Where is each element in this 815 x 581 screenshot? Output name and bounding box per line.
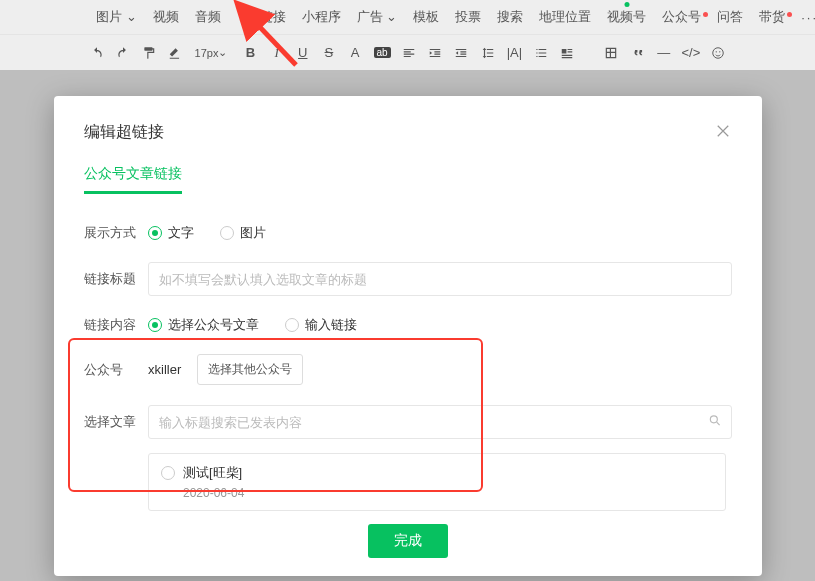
clear-format-icon[interactable] bbox=[168, 45, 182, 61]
format-paint-icon[interactable] bbox=[142, 45, 156, 61]
submit-button[interactable]: 完成 bbox=[368, 524, 448, 558]
redo-icon[interactable] bbox=[116, 45, 130, 61]
quote-icon[interactable] bbox=[631, 45, 645, 61]
edit-hyperlink-dialog: 编辑超链接 公众号文章链接 展示方式 文字 图片 链接标题 bbox=[54, 96, 762, 576]
bold-icon[interactable]: B bbox=[243, 45, 257, 61]
table-icon[interactable] bbox=[604, 45, 618, 61]
radio-icon bbox=[161, 466, 175, 480]
link-title-input[interactable] bbox=[148, 262, 732, 296]
radio-icon bbox=[285, 318, 299, 332]
menu-地理位置[interactable]: 地理位置 bbox=[533, 8, 597, 26]
radio-label: 图片 bbox=[240, 224, 266, 242]
display-mode-label: 展示方式 bbox=[84, 224, 148, 242]
account-name-value: xkiller bbox=[148, 362, 181, 377]
menu-图片[interactable]: 图片 ⌄ bbox=[90, 8, 143, 26]
dialog-title: 编辑超链接 bbox=[84, 122, 164, 143]
article-search-input[interactable] bbox=[148, 405, 732, 439]
align-left-icon[interactable] bbox=[402, 45, 416, 61]
float-icon[interactable] bbox=[560, 45, 574, 61]
line-height-icon[interactable] bbox=[481, 45, 495, 61]
article-date: 2020-06-04 bbox=[183, 486, 244, 500]
menu-超链接[interactable]: 超链接 bbox=[241, 8, 292, 26]
svg-point-0 bbox=[713, 47, 724, 58]
menu-投票[interactable]: 投票 bbox=[449, 8, 487, 26]
dialog-tabs: 公众号文章链接 bbox=[84, 165, 732, 194]
svg-point-1 bbox=[715, 51, 716, 52]
code-icon[interactable]: </> bbox=[683, 45, 699, 61]
new-indicator-dot bbox=[624, 2, 629, 7]
link-title-label: 链接标题 bbox=[84, 270, 148, 288]
radio-label: 选择公众号文章 bbox=[168, 316, 259, 334]
radio-icon bbox=[220, 226, 234, 240]
menu-公众号[interactable]: 公众号 bbox=[656, 8, 707, 26]
chevron-down-icon: ⌄ bbox=[386, 9, 397, 24]
link-content-label: 链接内容 bbox=[84, 316, 148, 334]
menu-音频[interactable]: 音频 bbox=[189, 8, 227, 26]
menu-广告[interactable]: 广告 ⌄ bbox=[351, 8, 404, 26]
menu-视频[interactable]: 视频 bbox=[147, 8, 185, 26]
radio-display-image[interactable]: 图片 bbox=[220, 224, 266, 242]
radio-icon bbox=[148, 226, 162, 240]
radio-select-article[interactable]: 选择公众号文章 bbox=[148, 316, 259, 334]
svg-line-5 bbox=[717, 422, 720, 425]
font-size-select[interactable]: 17px ⌄ bbox=[195, 45, 232, 61]
search-icon bbox=[708, 414, 722, 431]
article-result-item[interactable]: 测试[旺柴] 2020-06-04 bbox=[148, 453, 726, 511]
account-label: 公众号 bbox=[84, 361, 148, 379]
highlight-icon[interactable]: ab bbox=[374, 45, 390, 61]
italic-icon[interactable]: I bbox=[270, 45, 284, 61]
radio-label: 输入链接 bbox=[305, 316, 357, 334]
font-color-icon[interactable]: A bbox=[348, 45, 362, 61]
svg-point-2 bbox=[719, 51, 720, 52]
close-icon bbox=[714, 122, 732, 140]
strike-icon[interactable]: S bbox=[322, 45, 336, 61]
article-title: 测试[旺柴] bbox=[183, 464, 244, 482]
menu-带货[interactable]: 带货 bbox=[753, 8, 791, 26]
radio-label: 文字 bbox=[168, 224, 194, 242]
select-other-account-button[interactable]: 选择其他公众号 bbox=[197, 354, 303, 385]
menubar: 图片 ⌄ 视频 音频 超链接 小程序 广告 ⌄ 模板 投票 搜索 地理位置 视频… bbox=[0, 0, 815, 34]
close-button[interactable] bbox=[714, 122, 732, 143]
menu-搜索[interactable]: 搜索 bbox=[491, 8, 529, 26]
radio-display-text[interactable]: 文字 bbox=[148, 224, 194, 242]
editor-toolbar: 17px ⌄ B I U S A ab |A| — </> bbox=[0, 34, 815, 70]
menu-more[interactable]: ··· bbox=[795, 10, 815, 25]
underline-icon[interactable]: U bbox=[296, 45, 310, 61]
select-article-label: 选择文章 bbox=[84, 413, 148, 431]
radio-input-url[interactable]: 输入链接 bbox=[285, 316, 357, 334]
divider-icon[interactable]: — bbox=[657, 45, 671, 61]
emoji-icon[interactable] bbox=[711, 45, 725, 61]
radio-icon bbox=[148, 318, 162, 332]
menu-视频号[interactable]: 视频号 bbox=[601, 8, 652, 26]
svg-point-4 bbox=[710, 416, 717, 423]
menu-模板[interactable]: 模板 bbox=[407, 8, 445, 26]
chevron-down-icon: ⌄ bbox=[218, 46, 227, 59]
indent-icon[interactable] bbox=[428, 45, 442, 61]
letter-spacing-icon[interactable]: |A| bbox=[507, 45, 522, 61]
tab-official-account-article[interactable]: 公众号文章链接 bbox=[84, 165, 182, 194]
chevron-down-icon: ⌄ bbox=[126, 9, 137, 24]
menu-小程序[interactable]: 小程序 bbox=[296, 8, 347, 26]
outdent-icon[interactable] bbox=[454, 45, 468, 61]
list-icon[interactable] bbox=[534, 45, 548, 61]
undo-icon[interactable] bbox=[90, 45, 104, 61]
menu-问答[interactable]: 问答 bbox=[711, 8, 749, 26]
